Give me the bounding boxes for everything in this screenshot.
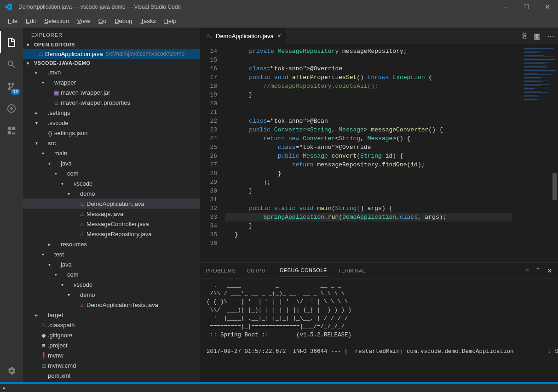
twistie-icon: ▸ xyxy=(33,110,40,115)
twistie-icon: ▾ xyxy=(65,191,72,196)
tree-item[interactable]: ▾demo xyxy=(23,188,200,199)
tree-item[interactable]: ▾java xyxy=(23,158,200,168)
tree-item[interactable]: ▸.settings xyxy=(23,108,200,118)
tree-item[interactable]: ⊞mvnw.cmd xyxy=(23,360,200,370)
java-icon: ♨ xyxy=(78,221,86,227)
tree-item[interactable]: {}settings.json xyxy=(23,128,200,138)
activity-extensions[interactable] xyxy=(0,119,23,142)
activity-settings[interactable] xyxy=(0,360,23,382)
tree-item[interactable]: ♨DemoApplicationTests.java xyxy=(23,300,200,310)
menu-help[interactable]: Help xyxy=(160,17,181,24)
tree-item[interactable]: ▾com xyxy=(23,269,200,279)
filter-icon[interactable]: ≡ xyxy=(525,267,529,274)
java-icon: ♨ xyxy=(205,33,213,40)
sidebar-explorer: EXPLORER ▾ OPEN EDITORS ♨DemoApplication… xyxy=(23,28,200,382)
file-icon: ≡ xyxy=(40,342,48,349)
panel-tab-terminal[interactable]: TERMINAL xyxy=(338,264,366,277)
tree-item[interactable]: ♨MessageRepository.java xyxy=(23,229,200,239)
menu-debug[interactable]: Debug xyxy=(110,17,136,24)
twistie-icon: ▾ xyxy=(59,181,65,186)
panel-tab-output[interactable]: OUTPUT xyxy=(247,264,269,277)
tree-item[interactable]: ▾src xyxy=(23,138,200,148)
twistie-icon: ▾ xyxy=(40,252,46,257)
window-title: DemoApplication.java — vscode-java-demo … xyxy=(17,4,495,10)
tree-item[interactable]: ▾java xyxy=(23,259,200,269)
tree-item[interactable]: ▾.vscode xyxy=(23,118,200,128)
java-icon: ♨ xyxy=(78,210,86,217)
activity-search[interactable] xyxy=(0,53,23,75)
java-icon: ♨ xyxy=(78,231,86,238)
tree-item[interactable]: ▾vscode xyxy=(23,178,200,188)
menu-file[interactable]: File xyxy=(4,17,22,24)
java-icon: ♨ xyxy=(37,51,45,57)
twistie-icon: ▾ xyxy=(52,272,59,277)
close-icon[interactable]: × xyxy=(277,32,281,40)
editor-scrollbar[interactable] xyxy=(552,44,558,262)
panel-tabs: PROBLEMSOUTPUTDEBUG CONSOLETERMINAL ≡ ˄ … xyxy=(200,263,558,278)
activity-explorer[interactable] xyxy=(0,31,23,53)
tree-item[interactable]: ❗mvnw xyxy=(23,350,200,360)
file-tree[interactable]: ▸.mvn▾wrapper▣maven-wrapper.jar♨maven-wr… xyxy=(23,67,200,382)
code-content[interactable]: private MessageRepository messageReposit… xyxy=(225,44,521,262)
chevron-down-icon: ▾ xyxy=(27,42,34,47)
jar-icon: ▣ xyxy=(52,89,61,96)
close-button[interactable]: ✕ xyxy=(537,0,558,14)
activity-debug[interactable] xyxy=(0,97,23,119)
split-editor-icon[interactable]: ▥ xyxy=(534,32,541,40)
compare-icon[interactable]: ⎘ xyxy=(523,32,527,40)
debug-console-content[interactable]: . ____ _ __ _ _ /\\ / ___'_ __ _ _(_)_ _… xyxy=(200,278,558,382)
twistie-icon: ▾ xyxy=(52,171,59,176)
tree-item[interactable]: ▾wrapper xyxy=(23,77,200,87)
tree-item[interactable]: ▸target xyxy=(23,310,200,320)
java-icon: ♨ xyxy=(52,99,61,106)
maximize-button[interactable]: ☐ xyxy=(516,0,537,14)
menu-go[interactable]: Go xyxy=(94,17,110,24)
panel-close-icon[interactable]: ✕ xyxy=(547,267,552,274)
vscode-logo xyxy=(0,3,17,11)
scm-badge: 12 xyxy=(11,89,20,95)
open-editors-header[interactable]: ▾ OPEN EDITORS xyxy=(23,40,200,49)
menu-selection[interactable]: Selection xyxy=(40,17,73,24)
tree-item[interactable]: ♨DemoApplication.java xyxy=(23,199,200,209)
panel-tab-problems[interactable]: PROBLEMS xyxy=(206,264,236,277)
tree-item[interactable]: ▾main xyxy=(23,148,200,158)
editor-tabbar: ♨ DemoApplication.java × ⎘ ▥ ⋯ xyxy=(200,28,558,44)
svg-point-0 xyxy=(10,107,13,110)
tree-item[interactable]: ♨.classpath xyxy=(23,320,200,330)
tree-item[interactable]: ▾test xyxy=(23,249,200,259)
git-icon: ◆ xyxy=(40,332,48,339)
open-editor-item[interactable]: ♨DemoApplication.javasrc\main\java\com\v… xyxy=(23,49,200,59)
chevron-up-icon[interactable]: ˄ xyxy=(536,267,540,274)
java-icon: ♨ xyxy=(78,200,86,207)
workspace-header[interactable]: ▾ VSCODE-JAVA-DEMO xyxy=(23,59,200,67)
menu-view[interactable]: View xyxy=(73,17,94,24)
tree-item[interactable]: ♨MessageController.java xyxy=(23,219,200,229)
tree-item[interactable]: ▾demo xyxy=(23,290,200,300)
activity-scm[interactable]: 12 xyxy=(0,75,23,97)
tree-item[interactable]: ♨Message.java xyxy=(23,209,200,219)
tree-item[interactable]: ♨maven-wrapper.properties xyxy=(23,97,200,108)
java-icon: ♨ xyxy=(78,301,86,308)
editor-tab-active[interactable]: ♨ DemoApplication.java × xyxy=(200,28,286,44)
red-icon: ❗ xyxy=(40,352,48,359)
menu-edit[interactable]: Edit xyxy=(22,17,40,24)
twistie-icon: ▾ xyxy=(65,292,72,297)
more-icon[interactable]: ⋯ xyxy=(547,32,554,40)
minimize-button[interactable]: ─ xyxy=(495,0,516,14)
menu-tasks[interactable]: Tasks xyxy=(136,17,160,24)
activity-bar: 12 xyxy=(0,28,23,382)
tree-item[interactable]: ▾vscode xyxy=(23,279,200,290)
panel-tab-debug-console[interactable]: DEBUG CONSOLE xyxy=(280,264,327,277)
tree-item[interactable]: ▣maven-wrapper.jar xyxy=(23,87,200,97)
tree-item[interactable]: ≡.project xyxy=(23,340,200,350)
line-gutter: 1415161718192021222324252627282930313233… xyxy=(200,44,225,262)
tree-item[interactable]: ▾com xyxy=(23,168,200,178)
tree-item[interactable]: ◆.gitignore xyxy=(23,330,200,340)
tree-item[interactable]: ▸.mvn xyxy=(23,67,200,77)
twistie-icon: ▾ xyxy=(33,120,40,125)
tree-item[interactable]: ▸resources xyxy=(23,239,200,249)
editor-body[interactable]: 1415161718192021222324252627282930313233… xyxy=(200,44,558,262)
twistie-icon: ▾ xyxy=(40,151,46,156)
twistie-icon: ▾ xyxy=(46,161,52,166)
tree-item[interactable]: pom.xml xyxy=(23,370,200,381)
